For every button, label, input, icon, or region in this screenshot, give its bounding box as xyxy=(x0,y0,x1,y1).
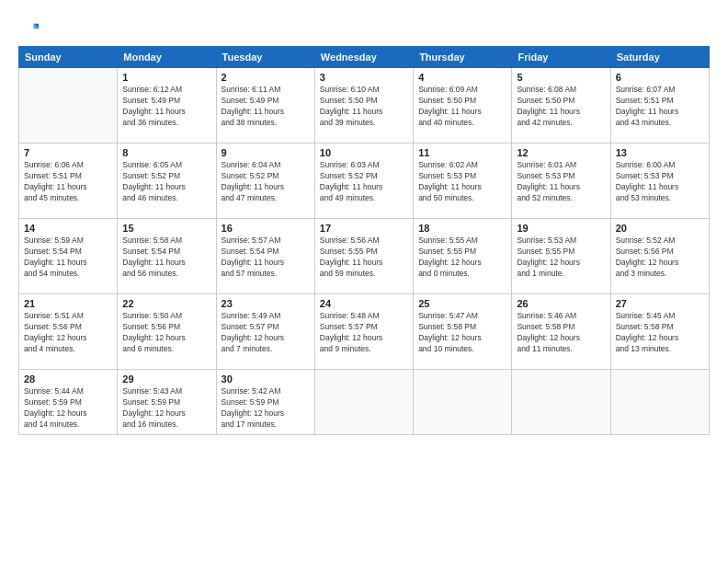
day-number: 23 xyxy=(222,298,310,309)
day-info: Sunrise: 6:09 AM Sunset: 5:50 PM Dayligh… xyxy=(418,85,506,129)
page: SundayMondayTuesdayWednesdayThursdayFrid… xyxy=(0,0,728,563)
calendar-cell: 30Sunrise: 5:42 AM Sunset: 5:59 PM Dayli… xyxy=(216,370,314,435)
calendar-cell: 4Sunrise: 6:09 AM Sunset: 5:50 PM Daylig… xyxy=(414,68,512,144)
day-number: 3 xyxy=(320,72,408,83)
calendar-cell: 18Sunrise: 5:55 AM Sunset: 5:55 PM Dayli… xyxy=(414,219,512,294)
calendar-cell: 12Sunrise: 6:01 AM Sunset: 5:53 PM Dayli… xyxy=(512,144,610,219)
day-info: Sunrise: 5:47 AM Sunset: 5:58 PM Dayligh… xyxy=(418,311,506,355)
day-number: 16 xyxy=(222,223,310,234)
day-number: 9 xyxy=(222,147,310,158)
day-info: Sunrise: 5:45 AM Sunset: 5:58 PM Dayligh… xyxy=(616,311,704,355)
calendar-cell: 10Sunrise: 6:03 AM Sunset: 5:52 PM Dayli… xyxy=(314,144,413,219)
day-info: Sunrise: 6:12 AM Sunset: 5:49 PM Dayligh… xyxy=(122,85,210,129)
calendar-cell: 11Sunrise: 6:02 AM Sunset: 5:53 PM Dayli… xyxy=(414,144,512,219)
calendar-cell: 16Sunrise: 5:57 AM Sunset: 5:54 PM Dayli… xyxy=(216,219,314,294)
calendar-cell: 14Sunrise: 5:59 AM Sunset: 5:54 PM Dayli… xyxy=(19,219,118,294)
calendar-cell: 17Sunrise: 5:56 AM Sunset: 5:55 PM Dayli… xyxy=(314,219,413,294)
day-number: 5 xyxy=(517,72,605,83)
day-number: 29 xyxy=(122,373,210,385)
calendar-cell: 26Sunrise: 5:46 AM Sunset: 5:58 PM Dayli… xyxy=(512,294,610,370)
day-number: 27 xyxy=(616,298,704,309)
day-number: 20 xyxy=(616,223,704,234)
calendar-cell xyxy=(314,370,413,435)
day-info: Sunrise: 6:06 AM Sunset: 5:51 PM Dayligh… xyxy=(24,160,112,204)
calendar-cell: 2Sunrise: 6:11 AM Sunset: 5:49 PM Daylig… xyxy=(216,68,314,144)
day-number: 8 xyxy=(122,147,210,158)
calendar-week-row: 7Sunrise: 6:06 AM Sunset: 5:51 PM Daylig… xyxy=(19,144,710,219)
day-info: Sunrise: 5:44 AM Sunset: 5:59 PM Dayligh… xyxy=(24,386,112,431)
day-info: Sunrise: 5:57 AM Sunset: 5:54 PM Dayligh… xyxy=(222,236,310,280)
calendar-cell: 29Sunrise: 5:43 AM Sunset: 5:59 PM Dayli… xyxy=(118,370,216,435)
day-info: Sunrise: 5:42 AM Sunset: 5:59 PM Dayligh… xyxy=(222,386,310,431)
calendar-cell: 3Sunrise: 6:10 AM Sunset: 5:50 PM Daylig… xyxy=(314,68,413,144)
calendar-col-header: Saturday xyxy=(610,47,709,68)
calendar-col-header: Sunday xyxy=(19,47,118,68)
calendar-cell: 23Sunrise: 5:49 AM Sunset: 5:57 PM Dayli… xyxy=(216,294,314,370)
day-info: Sunrise: 6:01 AM Sunset: 5:53 PM Dayligh… xyxy=(517,160,605,204)
calendar-week-row: 21Sunrise: 5:51 AM Sunset: 5:56 PM Dayli… xyxy=(19,294,710,370)
day-info: Sunrise: 6:08 AM Sunset: 5:50 PM Dayligh… xyxy=(517,85,605,129)
day-number: 25 xyxy=(418,298,506,309)
day-number: 7 xyxy=(24,147,112,158)
calendar-cell: 6Sunrise: 6:07 AM Sunset: 5:51 PM Daylig… xyxy=(610,68,709,144)
logo xyxy=(18,20,42,40)
calendar-col-header: Wednesday xyxy=(314,47,413,68)
day-info: Sunrise: 6:11 AM Sunset: 5:49 PM Dayligh… xyxy=(222,85,310,129)
day-number: 17 xyxy=(320,223,408,234)
logo-icon xyxy=(18,20,39,40)
day-info: Sunrise: 5:49 AM Sunset: 5:57 PM Dayligh… xyxy=(222,311,310,355)
day-number: 11 xyxy=(418,147,506,158)
day-info: Sunrise: 5:58 AM Sunset: 5:54 PM Dayligh… xyxy=(122,236,210,280)
day-number: 4 xyxy=(418,72,506,83)
calendar-week-row: 28Sunrise: 5:44 AM Sunset: 5:59 PM Dayli… xyxy=(19,370,710,435)
calendar-cell xyxy=(19,68,118,144)
calendar-cell: 21Sunrise: 5:51 AM Sunset: 5:56 PM Dayli… xyxy=(19,294,118,370)
calendar-cell xyxy=(414,370,512,435)
day-number: 15 xyxy=(122,223,210,234)
calendar-cell: 9Sunrise: 6:04 AM Sunset: 5:52 PM Daylig… xyxy=(216,144,314,219)
calendar-cell: 5Sunrise: 6:08 AM Sunset: 5:50 PM Daylig… xyxy=(512,68,610,144)
day-info: Sunrise: 5:53 AM Sunset: 5:55 PM Dayligh… xyxy=(517,236,605,280)
calendar-cell: 19Sunrise: 5:53 AM Sunset: 5:55 PM Dayli… xyxy=(512,219,610,294)
day-info: Sunrise: 6:05 AM Sunset: 5:52 PM Dayligh… xyxy=(122,160,210,204)
day-info: Sunrise: 5:51 AM Sunset: 5:56 PM Dayligh… xyxy=(24,311,112,355)
calendar-cell: 22Sunrise: 5:50 AM Sunset: 5:56 PM Dayli… xyxy=(118,294,216,370)
day-number: 2 xyxy=(222,72,310,83)
day-number: 6 xyxy=(616,72,704,83)
calendar-cell xyxy=(512,370,610,435)
calendar-header-row: SundayMondayTuesdayWednesdayThursdayFrid… xyxy=(19,47,710,68)
day-number: 13 xyxy=(616,147,704,158)
calendar-cell: 13Sunrise: 6:00 AM Sunset: 5:53 PM Dayli… xyxy=(610,144,709,219)
day-info: Sunrise: 6:03 AM Sunset: 5:52 PM Dayligh… xyxy=(320,160,408,204)
day-info: Sunrise: 6:02 AM Sunset: 5:53 PM Dayligh… xyxy=(418,160,506,204)
day-info: Sunrise: 5:55 AM Sunset: 5:55 PM Dayligh… xyxy=(418,236,506,280)
calendar-col-header: Thursday xyxy=(414,47,512,68)
calendar-cell: 20Sunrise: 5:52 AM Sunset: 5:56 PM Dayli… xyxy=(610,219,709,294)
day-number: 18 xyxy=(418,223,506,234)
day-info: Sunrise: 6:00 AM Sunset: 5:53 PM Dayligh… xyxy=(616,160,704,204)
day-info: Sunrise: 6:10 AM Sunset: 5:50 PM Dayligh… xyxy=(320,85,408,129)
day-number: 10 xyxy=(320,147,408,158)
day-info: Sunrise: 5:48 AM Sunset: 5:57 PM Dayligh… xyxy=(320,311,408,355)
day-number: 19 xyxy=(517,223,605,234)
day-number: 26 xyxy=(517,298,605,309)
calendar-cell: 8Sunrise: 6:05 AM Sunset: 5:52 PM Daylig… xyxy=(118,144,216,219)
calendar-cell: 24Sunrise: 5:48 AM Sunset: 5:57 PM Dayli… xyxy=(314,294,413,370)
calendar-cell: 25Sunrise: 5:47 AM Sunset: 5:58 PM Dayli… xyxy=(414,294,512,370)
day-number: 1 xyxy=(122,72,210,83)
calendar-cell: 1Sunrise: 6:12 AM Sunset: 5:49 PM Daylig… xyxy=(118,68,216,144)
day-info: Sunrise: 5:50 AM Sunset: 5:56 PM Dayligh… xyxy=(122,311,210,355)
day-number: 14 xyxy=(24,223,112,234)
day-info: Sunrise: 6:07 AM Sunset: 5:51 PM Dayligh… xyxy=(616,85,704,129)
calendar-col-header: Monday xyxy=(118,47,216,68)
day-number: 24 xyxy=(320,298,408,309)
day-number: 21 xyxy=(24,298,112,309)
calendar-cell xyxy=(610,370,709,435)
day-number: 28 xyxy=(24,373,112,385)
day-number: 12 xyxy=(517,147,605,158)
calendar-cell: 15Sunrise: 5:58 AM Sunset: 5:54 PM Dayli… xyxy=(118,219,216,294)
day-info: Sunrise: 5:56 AM Sunset: 5:55 PM Dayligh… xyxy=(320,236,408,280)
header xyxy=(18,17,710,40)
calendar-week-row: 1Sunrise: 6:12 AM Sunset: 5:49 PM Daylig… xyxy=(19,68,710,144)
day-info: Sunrise: 6:04 AM Sunset: 5:52 PM Dayligh… xyxy=(222,160,310,204)
